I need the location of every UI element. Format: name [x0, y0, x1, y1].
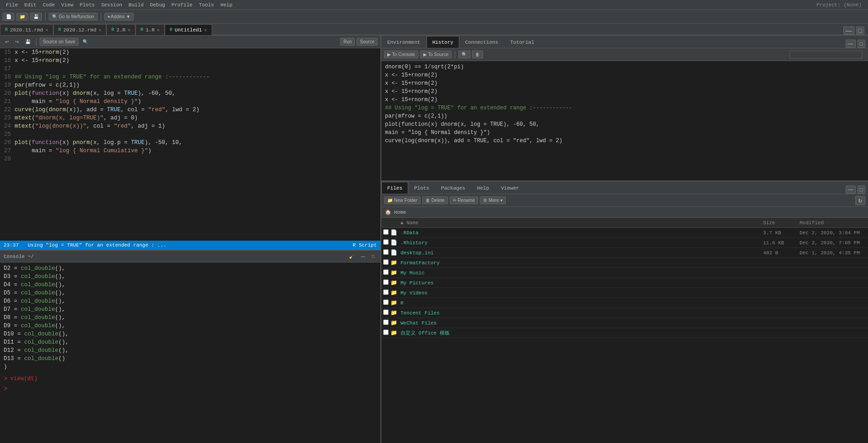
- file-checkbox-mymusic[interactable]: [383, 269, 389, 275]
- menu-tools[interactable]: Tools: [196, 1, 217, 9]
- maximize-right-top-btn[interactable]: □: [858, 40, 865, 48]
- file-checkbox-myvideos[interactable]: [383, 289, 389, 295]
- folder-row-tencentfiles[interactable]: 📁 Tencent Files: [381, 308, 868, 318]
- menu-file[interactable]: File: [3, 1, 21, 9]
- tab-close-2020-11[interactable]: ✕: [46, 27, 48, 33]
- tab-plots[interactable]: Plots: [408, 182, 435, 194]
- tab-environment[interactable]: Environment: [381, 36, 426, 48]
- source-btn[interactable]: Source: [357, 38, 378, 46]
- tab-close-2020-12[interactable]: ✕: [99, 27, 101, 33]
- menu-edit[interactable]: Edit: [21, 1, 39, 9]
- folder-name-office[interactable]: 自定义 Office 模板: [399, 330, 761, 336]
- console-empty-prompt[interactable]: >: [4, 385, 377, 393]
- code-editor[interactable]: 15 x <- 15+rnorm(2) 16 x <- 15+rnorm(2) …: [0, 48, 380, 241]
- file-checkbox-tencentfiles[interactable]: [383, 309, 389, 315]
- to-source-btn[interactable]: ▶ To Source: [420, 51, 452, 58]
- menu-session[interactable]: Session: [98, 1, 125, 9]
- folder-name-mymusic[interactable]: My Music: [399, 270, 761, 276]
- redo-btn[interactable]: ↪: [13, 38, 21, 45]
- file-row-rhistory[interactable]: 📄 .Rhistory 11.6 KB Dec 2, 2020, 7:05 PM: [381, 238, 868, 248]
- file-checkbox-formatfactory[interactable]: [383, 259, 389, 265]
- minimize-right-top-btn[interactable]: —: [846, 40, 856, 48]
- file-name-desktop[interactable]: desktop.ini: [399, 250, 761, 256]
- tab-history[interactable]: History: [426, 36, 459, 48]
- run-btn[interactable]: Run: [340, 38, 355, 46]
- file-checkbox-rhistory[interactable]: [383, 239, 389, 245]
- file-checkbox-desktop[interactable]: [383, 249, 389, 255]
- tab-close-1r[interactable]: ✕: [157, 27, 160, 33]
- file-name-rdata[interactable]: .RData: [399, 230, 761, 236]
- console-maximize-btn[interactable]: □: [369, 253, 377, 260]
- search-btn[interactable]: 🔍: [80, 38, 90, 45]
- folder-row-myvideos[interactable]: 📁 My Videos: [381, 288, 868, 298]
- folder-row-formatfactory[interactable]: 📁 FormatFactory: [381, 258, 868, 268]
- folder-name-tencentfiles[interactable]: Tencent Files: [399, 310, 761, 316]
- console-prompt-line[interactable]: > view(dt): [4, 375, 377, 383]
- folder-name-wechatfiles[interactable]: WeChat Files: [399, 320, 761, 326]
- maximize-right-bottom-btn[interactable]: □: [858, 185, 865, 194]
- tab-files[interactable]: Files: [381, 182, 408, 194]
- tab-close-2r[interactable]: ✕: [128, 27, 130, 33]
- file-row-desktop[interactable]: 📄 desktop.ini 402 B Dec 1, 2020, 4:35 PM: [381, 248, 868, 258]
- menu-profile[interactable]: Profile: [168, 1, 196, 9]
- tab-2r[interactable]: R 2.R ✕: [106, 24, 135, 35]
- tab-help[interactable]: Help: [471, 182, 495, 194]
- save-btn[interactable]: 💾: [30, 13, 42, 21]
- file-name-rhistory[interactable]: .Rhistory: [399, 240, 761, 246]
- folder-row-office[interactable]: 📁 自定义 Office 模板: [381, 328, 868, 338]
- folder-row-mypictures[interactable]: 📁 My Pictures: [381, 278, 868, 288]
- folder-name-formatfactory[interactable]: FormatFactory: [399, 260, 761, 266]
- addins-btn[interactable]: ▾ Addins ▼: [104, 13, 134, 21]
- folder-row-mymusic[interactable]: 📁 My Music: [381, 268, 868, 278]
- console-clear-btn[interactable]: 🧹: [347, 253, 357, 260]
- delete-btn[interactable]: 🗑 Delete: [422, 196, 448, 204]
- tab-untitled1[interactable]: R Untitled1 ✕: [165, 24, 212, 35]
- save-file-btn[interactable]: 💾: [23, 38, 33, 45]
- file-checkbox-office[interactable]: [383, 330, 389, 335]
- history-search-btn[interactable]: 🔍: [458, 51, 470, 58]
- file-checkbox-mypictures[interactable]: [383, 279, 389, 285]
- tab-packages[interactable]: Packages: [435, 182, 471, 194]
- tab-1r[interactable]: R 1.R ✕: [135, 24, 165, 35]
- minimize-right-bottom-btn[interactable]: —: [846, 185, 856, 194]
- right-panel-tabs: Environment History Connections Tutorial…: [381, 36, 868, 48]
- folder-row-wechatfiles[interactable]: 📁 WeChat Files: [381, 318, 868, 328]
- new-folder-btn[interactable]: 📁 New Folder: [384, 196, 421, 204]
- file-checkbox-wechatfiles[interactable]: [383, 319, 389, 325]
- file-checkbox-rdata[interactable]: [383, 229, 389, 235]
- more-btn[interactable]: ⚙ More ▾: [480, 196, 505, 204]
- maximize-editor-btn[interactable]: □: [856, 26, 864, 35]
- tab-viewer[interactable]: Viewer: [495, 182, 525, 194]
- history-search-input[interactable]: [790, 51, 863, 59]
- tab-connections[interactable]: Connections: [459, 36, 504, 48]
- menu-debug[interactable]: Debug: [147, 1, 168, 9]
- tab-2020-11[interactable]: R 2020.11.rmd ✕: [0, 24, 53, 35]
- console-minimize-btn[interactable]: —: [359, 253, 368, 260]
- menu-build[interactable]: Build: [125, 1, 147, 9]
- menu-code[interactable]: Code: [40, 1, 58, 9]
- open-file-btn[interactable]: 📁: [16, 13, 28, 21]
- folder-name-mypictures[interactable]: My Pictures: [399, 280, 761, 286]
- run-label: Run: [343, 39, 352, 44]
- folder-name-myvideos[interactable]: My Videos: [399, 290, 761, 296]
- folder-row-r[interactable]: 📁 R: [381, 298, 868, 308]
- tab-close-untitled1[interactable]: ✕: [204, 27, 207, 33]
- file-checkbox-r[interactable]: [383, 299, 389, 305]
- source-on-save-btn[interactable]: Source on Save: [40, 38, 78, 46]
- tab-tutorial[interactable]: Tutorial: [504, 36, 540, 48]
- folder-name-r[interactable]: R: [399, 300, 761, 306]
- to-console-btn[interactable]: ▶ To Console: [384, 51, 418, 58]
- menu-view[interactable]: View: [58, 1, 76, 9]
- history-clear-btn[interactable]: 🗑: [472, 51, 483, 58]
- go-to-file-btn[interactable]: 🔍 Go to file/function: [49, 13, 98, 21]
- file-row-rdata[interactable]: 📄 .RData 3.7 KB Dec 2, 2020, 3:04 PM: [381, 228, 868, 238]
- path-home[interactable]: Home: [394, 210, 406, 215]
- new-file-btn[interactable]: 📄: [3, 13, 15, 21]
- tab-2020-12[interactable]: R 2020.12.rmd ✕: [53, 24, 107, 35]
- rename-btn[interactable]: ✏ Rename: [450, 196, 478, 204]
- undo-btn[interactable]: ↩: [3, 38, 11, 45]
- menu-plots[interactable]: Plots: [77, 1, 98, 9]
- refresh-btn[interactable]: ↻: [855, 196, 865, 205]
- menu-help[interactable]: Help: [217, 1, 235, 9]
- minimize-editor-btn[interactable]: —: [843, 26, 854, 35]
